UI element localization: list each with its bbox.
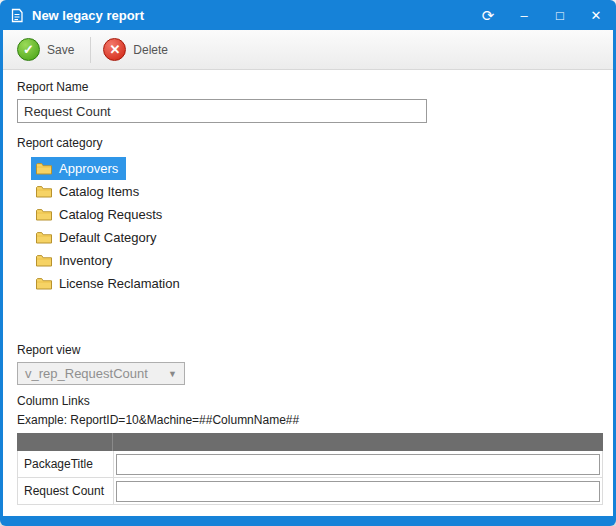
dialog-window: New legacy report ⟳ – □ ✕ ✓ Save ✕ Delet…	[0, 0, 616, 526]
save-label: Save	[47, 43, 74, 57]
report-view-label: Report view	[17, 343, 599, 357]
report-icon	[10, 8, 24, 23]
folder-icon	[36, 254, 52, 267]
column-links-table: PackageTitle Request Count	[17, 433, 603, 505]
tree-item-catalog-requests[interactable]: Catalog Requests	[31, 203, 170, 226]
tree-item-label: License Reclamation	[59, 276, 180, 291]
titlebar: New legacy report ⟳ – □ ✕	[0, 0, 616, 30]
table-header	[17, 433, 603, 451]
delete-button[interactable]: ✕ Delete	[97, 34, 178, 65]
toolbar: ✓ Save ✕ Delete	[3, 30, 613, 70]
tree-item-inventory[interactable]: Inventory	[31, 249, 120, 272]
report-name-input[interactable]	[17, 99, 427, 123]
window-title: New legacy report	[32, 8, 480, 23]
maximize-icon[interactable]: □	[552, 9, 568, 22]
window-body: ✓ Save ✕ Delete Report Name Report categ…	[3, 30, 613, 516]
column-links-label: Column Links	[17, 394, 599, 408]
folder-icon	[36, 162, 52, 175]
tree-item-label: Default Category	[59, 230, 157, 245]
row-input-cell	[114, 451, 602, 477]
tree-item-label: Approvers	[59, 161, 118, 176]
save-icon: ✓	[17, 38, 40, 61]
table-header-cell	[113, 433, 603, 451]
tree-item-label: Catalog Requests	[59, 207, 162, 222]
tree-item-label: Inventory	[59, 253, 112, 268]
folder-icon	[36, 185, 52, 198]
tree-item-label: Catalog Items	[59, 184, 139, 199]
minimize-icon[interactable]: –	[516, 9, 532, 22]
report-view-value: v_rep_RequestCount	[25, 366, 148, 381]
delete-icon: ✕	[103, 38, 126, 61]
table-row: Request Count	[17, 478, 603, 505]
chevron-down-icon: ▼	[168, 369, 177, 379]
toolbar-separator	[90, 37, 91, 63]
save-button[interactable]: ✓ Save	[11, 34, 84, 65]
request-count-link-input[interactable]	[116, 481, 600, 502]
close-icon[interactable]: ✕	[588, 9, 604, 22]
tree-item-default-category[interactable]: Default Category	[31, 226, 165, 249]
folder-icon	[36, 208, 52, 221]
report-view-select[interactable]: v_rep_RequestCount ▼	[17, 362, 185, 385]
row-label: Request Count	[18, 478, 114, 504]
row-label: PackageTitle	[18, 451, 114, 477]
window-footer	[0, 516, 616, 526]
category-tree: Approvers Catalog Items	[31, 157, 599, 297]
tree-item-catalog-items[interactable]: Catalog Items	[31, 180, 147, 203]
table-row: PackageTitle	[17, 451, 603, 478]
folder-icon	[36, 277, 52, 290]
folder-icon	[36, 231, 52, 244]
tree-item-license-reclamation[interactable]: License Reclamation	[31, 272, 188, 295]
table-header-cell	[17, 433, 113, 451]
tree-item-approvers[interactable]: Approvers	[31, 157, 126, 180]
delete-label: Delete	[133, 43, 168, 57]
packagetitle-link-input[interactable]	[116, 454, 600, 475]
column-links-example: Example: ReportID=10&Machine=##ColumnNam…	[17, 413, 599, 427]
window-controls: ⟳ – □ ✕	[480, 8, 604, 23]
report-name-label: Report Name	[17, 80, 599, 94]
refresh-icon[interactable]: ⟳	[480, 8, 496, 23]
form-content: Report Name Report category Approvers	[3, 70, 613, 516]
report-category-label: Report category	[17, 136, 599, 150]
row-input-cell	[114, 478, 602, 504]
